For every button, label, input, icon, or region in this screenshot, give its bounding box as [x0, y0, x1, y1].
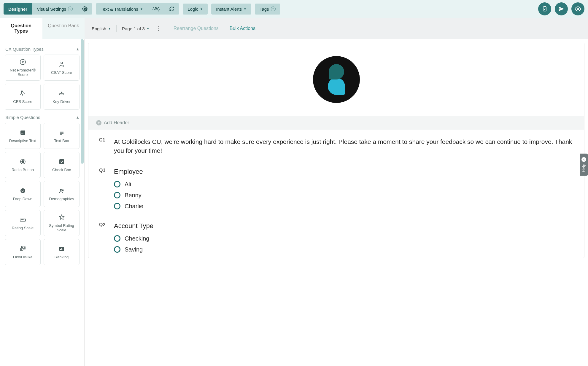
page-menu-kebab[interactable]: ⋮	[155, 25, 163, 32]
logo-row	[88, 43, 584, 116]
svg-point-15	[62, 189, 63, 191]
separator	[168, 25, 168, 32]
driver-icon	[58, 90, 65, 97]
radio-option[interactable]: Ali	[114, 181, 573, 188]
spellcheck-button[interactable]: ABC✓	[148, 3, 165, 15]
svg-point-14	[60, 189, 62, 191]
card-label: Drop Down	[13, 197, 32, 201]
preview-button[interactable]	[571, 2, 584, 15]
clipboard-button[interactable]	[538, 2, 551, 15]
sub-toolbar: Question Types Question Bank English ▼ P…	[0, 18, 588, 39]
ruler-icon	[19, 216, 26, 223]
svg-point-8	[61, 92, 62, 93]
chevron-down-icon: ▼	[108, 27, 111, 30]
question-type-card[interactable]: Demographics	[44, 181, 80, 207]
tab-question-bank[interactable]: Question Bank	[42, 18, 85, 39]
card-label: Demographics	[49, 197, 74, 201]
option-label: Ali	[125, 181, 131, 188]
top-toolbar: Designer Visual Settings ? Text & Transl…	[0, 0, 588, 18]
logic-label: Logic	[187, 7, 198, 12]
visual-settings-tab[interactable]: Visual Settings ?	[32, 3, 77, 15]
refresh-button[interactable]	[164, 3, 179, 15]
card-label: CSAT Score	[51, 70, 72, 75]
option-label: Saving	[125, 246, 143, 253]
instant-alerts-button[interactable]: Instant Alerts ▼	[211, 4, 251, 15]
refresh-icon	[169, 6, 174, 12]
language-label: English	[92, 26, 106, 31]
question-type-card[interactable]: Check Box	[44, 152, 80, 178]
bulk-actions-link[interactable]: Bulk Actions	[230, 26, 255, 31]
section-header-simple[interactable]: Simple Questions ▴	[5, 110, 80, 123]
tags-button[interactable]: Tags ?	[255, 4, 280, 15]
question-tag: Q1	[99, 168, 107, 176]
text-translations-label: Text & Translations	[101, 7, 138, 12]
help-side-tab[interactable]: Help ?	[580, 154, 588, 176]
question-type-card[interactable]: Rating Scale	[5, 210, 41, 236]
svg-point-11	[22, 160, 24, 163]
card-label: Text Box	[54, 139, 69, 143]
svg-point-13	[20, 188, 25, 193]
page-dropdown[interactable]: Page 1 of 3 ▼	[122, 26, 150, 31]
abc-check-icon: ABC✓	[152, 7, 160, 11]
person-star-icon	[58, 61, 65, 68]
question-type-card[interactable]: Drop Down	[5, 181, 41, 207]
svg-rect-1	[543, 7, 546, 11]
question-type-card[interactable]: CES Score	[5, 84, 41, 110]
q2-options: CheckingSaving	[99, 230, 573, 253]
bars-icon	[58, 245, 65, 252]
page-label: Page 1 of 3	[122, 26, 145, 31]
card-label: Net Promoter® Score	[7, 68, 39, 77]
section-header-cx[interactable]: CX Question Types ▴	[5, 42, 80, 55]
question-type-card[interactable]: Net Promoter® Score	[5, 55, 41, 81]
content-c1[interactable]: C1 At Goldilocks CU, we're working hard …	[88, 130, 584, 160]
radio-option[interactable]: Checking	[114, 235, 573, 242]
gear-icon	[82, 6, 88, 12]
simple-grid: Descriptive TextText BoxRadio ButtonChec…	[5, 123, 80, 265]
logic-button[interactable]: Logic ▼	[183, 4, 208, 15]
thumbs-icon	[19, 245, 26, 252]
card-label: Radio Button	[12, 168, 34, 172]
add-header-button[interactable]: + Add Header	[88, 116, 584, 130]
option-label: Benny	[125, 192, 142, 199]
textbox-icon	[58, 129, 65, 136]
scrollbar-thumb[interactable]	[81, 39, 84, 164]
radio-option[interactable]: Saving	[114, 246, 573, 253]
language-dropdown[interactable]: English ▼	[92, 26, 111, 31]
question-type-card[interactable]: Radio Button	[5, 152, 41, 178]
question-type-card[interactable]: Descriptive Text	[5, 123, 41, 149]
radio-option[interactable]: Benny	[114, 192, 573, 199]
svg-rect-7	[60, 94, 64, 95]
question-types-sidebar[interactable]: CX Question Types ▴ Net Promoter® ScoreC…	[0, 39, 85, 366]
designer-group: Designer Visual Settings ?	[4, 3, 92, 15]
option-label: Charlie	[125, 203, 143, 210]
question-type-card[interactable]: Text Box	[44, 123, 80, 149]
canvas-scroll[interactable]: + Add Header C1 At Goldilocks CU, we're …	[85, 39, 588, 366]
card-label: Symbol Rating Scale	[46, 223, 77, 232]
radio-circle-icon	[114, 203, 120, 209]
question-q2[interactable]: Q2 Account Type CheckingSaving	[88, 214, 584, 258]
subbar-right: English ▼ Page 1 of 3 ▼ ⋮ Rearrange Ques…	[85, 18, 588, 39]
settings-gear-button[interactable]	[77, 3, 92, 15]
radio-option[interactable]: Charlie	[114, 203, 573, 210]
question-type-card[interactable]: CSAT Score	[44, 55, 80, 81]
chevron-down-icon: ▼	[244, 7, 247, 11]
chevron-down-icon: ▼	[147, 27, 150, 30]
text-translations-button[interactable]: Text & Translations ▼	[96, 3, 148, 15]
card-label: Like/Dislike	[13, 255, 33, 259]
help-icon: ?	[68, 7, 73, 11]
send-button[interactable]	[555, 2, 568, 15]
question-q1[interactable]: Q1 Employee AliBennyCharlie	[88, 160, 584, 214]
sidebar-tabs: Question Types Question Bank	[0, 18, 85, 39]
question-type-card[interactable]: Ranking	[44, 239, 80, 265]
instant-alerts-label: Instant Alerts	[216, 7, 242, 12]
designer-tab[interactable]: Designer	[4, 3, 32, 15]
question-type-card[interactable]: Symbol Rating Scale	[44, 210, 80, 236]
tab-question-types[interactable]: Question Types	[0, 18, 42, 39]
clipboard-check-icon	[542, 6, 548, 12]
rearrange-questions-link[interactable]: Rearrange Questions	[174, 26, 219, 31]
people-icon	[58, 187, 65, 194]
card-label: Key Driver	[53, 99, 71, 104]
question-type-card[interactable]: Like/Dislike	[5, 239, 41, 265]
question-type-card[interactable]: Key Driver	[44, 84, 80, 110]
gauge-icon	[19, 58, 26, 66]
